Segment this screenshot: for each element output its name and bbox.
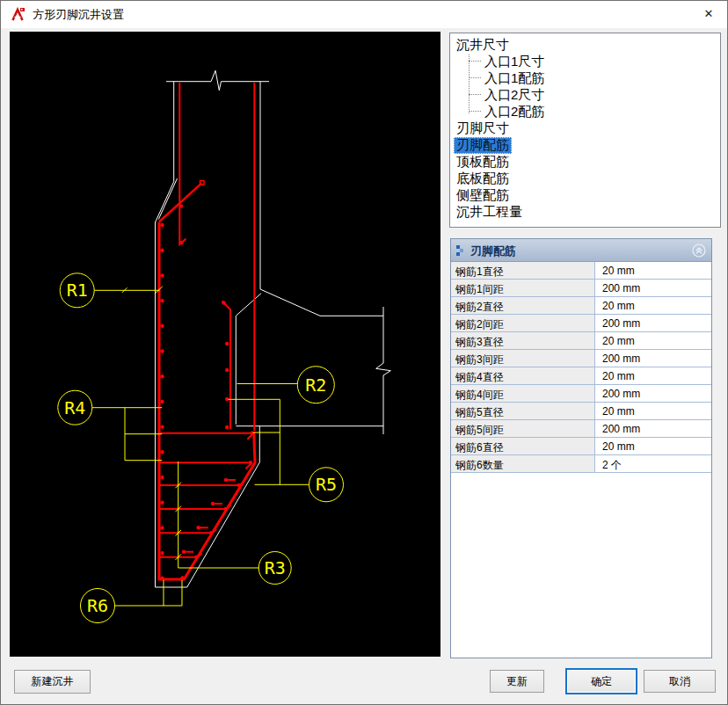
tree-item-8[interactable]: 顶板配筋 xyxy=(450,153,720,170)
property-row: 钢筋1直径20 mm xyxy=(451,262,711,280)
property-value[interactable]: 200 mm xyxy=(595,280,711,296)
property-row: 钢筋6直径20 mm xyxy=(451,438,711,455)
edge-main-bar xyxy=(159,222,255,579)
tree-item-3[interactable]: 入口1配筋 xyxy=(450,69,720,86)
rebar-label-text: R2 xyxy=(305,374,326,396)
tree-item-label[interactable]: 入口1尺寸 xyxy=(482,54,547,70)
tree-item-label[interactable]: 侧壁配筋 xyxy=(454,187,512,204)
collapse-icon[interactable] xyxy=(692,243,706,258)
property-row: 钢筋2直径20 mm xyxy=(451,297,711,315)
rebar-label-text: R4 xyxy=(64,397,85,418)
property-label: 钢筋4直径 xyxy=(451,367,595,384)
property-row: 钢筋5间距200 mm xyxy=(451,420,711,438)
inner-haunch xyxy=(236,294,261,425)
tree-item-7[interactable]: 刃脚配筋 xyxy=(450,136,720,153)
tree-item-2[interactable]: 入口1尺寸 xyxy=(450,53,720,69)
tree-item-6[interactable]: 刃脚尺寸 xyxy=(450,120,720,136)
leader-r4 xyxy=(92,408,163,461)
property-value[interactable]: 20 mm xyxy=(595,403,711,419)
bent-bar-hook xyxy=(200,181,205,185)
left-wall-and-edge-outline xyxy=(156,82,260,587)
property-row: 钢筋5直径20 mm xyxy=(451,403,711,420)
property-value[interactable]: 200 mm xyxy=(595,420,711,437)
rebar-label-text: R1 xyxy=(67,280,88,301)
property-value[interactable]: 20 mm xyxy=(595,297,711,314)
tree-item-label[interactable]: 入口2配筋 xyxy=(482,104,547,120)
tree-item-4[interactable]: 入口2尺寸 xyxy=(450,86,720,103)
parameter-tree: 沉井尺寸入口1尺寸入口1配筋入口2尺寸入口2配筋刃脚尺寸刃脚配筋顶板配筋底板配筋… xyxy=(449,33,721,228)
property-value[interactable]: 200 mm xyxy=(595,350,711,367)
update-button[interactable]: 更新 xyxy=(490,670,544,693)
property-row: 钢筋3间距200 mm xyxy=(451,350,711,367)
rebar-label-text: R3 xyxy=(265,557,286,578)
tree-item-label[interactable]: 沉井工程量 xyxy=(454,204,525,221)
rebar-labels: R1R2R3R4R5R6 xyxy=(58,273,344,623)
dialog-window: 方形刃脚沉井设置 ✕ xyxy=(0,0,728,705)
stirrup-bar xyxy=(160,462,252,469)
stirrup-bar xyxy=(160,480,244,485)
tree-item-label[interactable]: 入口2尺寸 xyxy=(482,87,547,104)
property-value[interactable]: 20 mm xyxy=(595,438,711,454)
right-break-line xyxy=(376,307,391,434)
property-row: 钢筋4直径20 mm xyxy=(451,367,711,385)
inner-bar xyxy=(222,302,231,430)
property-row: 钢筋4间距200 mm xyxy=(451,385,711,403)
property-value[interactable]: 2 个 xyxy=(595,455,711,472)
new-caisson-button[interactable]: 新建沉井 xyxy=(14,670,91,694)
title-bar: 方形刃脚沉井设置 ✕ xyxy=(1,1,727,28)
property-label: 钢筋6直径 xyxy=(451,438,595,454)
tree-item-label[interactable]: 刃脚尺寸 xyxy=(454,120,512,137)
property-group-title: 刃脚配筋 xyxy=(470,243,516,259)
property-value[interactable]: 20 mm xyxy=(595,367,711,384)
property-label: 钢筋1直径 xyxy=(451,262,595,279)
leader-r5 xyxy=(229,399,309,484)
leader-r1 xyxy=(94,287,163,294)
close-button[interactable]: ✕ xyxy=(695,4,722,25)
property-row: 钢筋3直径20 mm xyxy=(451,332,711,350)
property-label: 钢筋2直径 xyxy=(451,297,595,314)
property-row: 钢筋2间距200 mm xyxy=(451,315,711,332)
property-panel-header: 刃脚配筋 xyxy=(451,239,711,262)
tree-item-label[interactable]: 沉井尺寸 xyxy=(454,37,512,54)
stirrup-bar xyxy=(160,433,254,440)
property-label: 钢筋3间距 xyxy=(451,350,595,367)
tree-item-1[interactable]: 沉井尺寸 xyxy=(450,36,720,53)
property-value[interactable]: 200 mm xyxy=(595,385,711,402)
right-wall-and-haunch xyxy=(260,82,383,316)
tree-item-label[interactable]: 底板配筋 xyxy=(454,171,512,187)
property-value[interactable]: 20 mm xyxy=(595,332,711,349)
property-value[interactable]: 20 mm xyxy=(595,262,711,279)
rebar-label-text: R6 xyxy=(87,595,108,616)
app-icon xyxy=(11,7,25,22)
properties-icon xyxy=(455,244,466,257)
wall-rebar-left xyxy=(179,83,186,244)
tree-item-10[interactable]: 侧壁配筋 xyxy=(450,186,720,203)
caisson-section-drawing: R1R2R3R4R5R6 xyxy=(10,32,440,657)
stirrup-bar xyxy=(160,504,231,509)
property-label: 钢筋5直径 xyxy=(451,403,595,419)
property-label: 钢筋6数量 xyxy=(451,455,595,472)
rebar-section-dots xyxy=(160,204,254,580)
property-label: 钢筋5间距 xyxy=(451,420,595,437)
property-row: 钢筋6数量2 个 xyxy=(451,455,711,473)
tree-item-9[interactable]: 底板配筋 xyxy=(450,170,720,186)
cancel-button[interactable]: 取消 xyxy=(644,670,716,693)
property-label: 钢筋4间距 xyxy=(451,385,595,402)
ok-button[interactable]: 确定 xyxy=(565,668,637,694)
rebar-lines xyxy=(159,83,255,579)
leader-r6 xyxy=(115,580,183,606)
tree-item-label[interactable]: 入口1配筋 xyxy=(482,70,547,87)
property-row: 钢筋1间距200 mm xyxy=(451,280,711,297)
tree-item-11[interactable]: 沉井工程量 xyxy=(450,203,720,220)
tree-item-label[interactable]: 顶板配筋 xyxy=(454,154,512,171)
property-label: 钢筋2间距 xyxy=(451,315,595,331)
tree-item-label-selected[interactable]: 刃脚配筋 xyxy=(454,137,512,154)
property-panel: 刃脚配筋 钢筋1直径20 mm钢筋1间距200 mm钢筋2直径20 mm钢筋2间… xyxy=(450,238,712,658)
property-value[interactable]: 200 mm xyxy=(595,315,711,331)
window-title: 方形刃脚沉井设置 xyxy=(33,7,124,23)
property-label: 钢筋3直径 xyxy=(451,332,595,349)
stirrup-bar xyxy=(160,527,217,533)
rebar-label-text: R5 xyxy=(316,474,337,495)
tree-item-5[interactable]: 入口2配筋 xyxy=(450,103,720,120)
drawing-canvas[interactable]: R1R2R3R4R5R6 xyxy=(10,32,440,657)
